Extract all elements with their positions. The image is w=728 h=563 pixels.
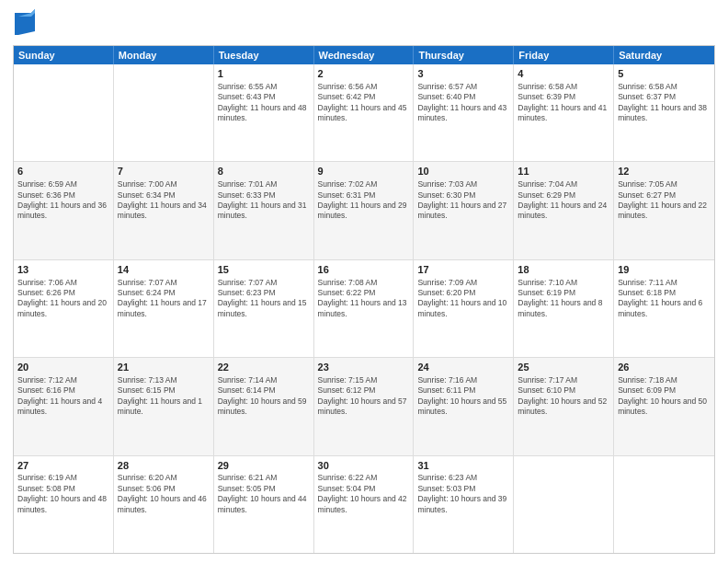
cell-info: Sunrise: 7:13 AM Sunset: 6:15 PM Dayligh…	[118, 375, 210, 418]
cell-info: Sunrise: 7:10 AM Sunset: 6:19 PM Dayligh…	[518, 278, 609, 320]
day-number: 19	[618, 263, 711, 277]
weekday-header-monday: Monday	[114, 46, 214, 64]
calendar-cell: 16Sunrise: 7:08 AM Sunset: 6:22 PM Dayli…	[314, 260, 415, 357]
calendar-cell: 20Sunrise: 7:12 AM Sunset: 6:16 PM Dayli…	[14, 358, 114, 454]
cell-info: Sunrise: 6:57 AM Sunset: 6:40 PM Dayligh…	[417, 82, 509, 124]
cell-info: Sunrise: 7:01 AM Sunset: 6:33 PM Dayligh…	[218, 179, 310, 222]
header	[13, 9, 715, 40]
day-number: 11	[518, 165, 609, 178]
day-number: 18	[518, 263, 609, 277]
cell-info: Sunrise: 7:06 AM Sunset: 6:26 PM Dayligh…	[17, 278, 109, 320]
day-number: 10	[417, 165, 509, 178]
calendar-cell: 30Sunrise: 6:22 AM Sunset: 5:04 PM Dayli…	[314, 456, 415, 553]
cell-info: Sunrise: 7:11 AM Sunset: 6:18 PM Dayligh…	[618, 278, 711, 320]
cell-info: Sunrise: 7:04 AM Sunset: 6:29 PM Dayligh…	[518, 179, 609, 222]
calendar-cell: 5Sunrise: 6:58 AM Sunset: 6:37 PM Daylig…	[614, 64, 714, 161]
calendar-cell: 29Sunrise: 6:21 AM Sunset: 5:05 PM Dayli…	[214, 456, 314, 553]
calendar-cell: 10Sunrise: 7:03 AM Sunset: 6:30 PM Dayli…	[414, 162, 514, 259]
day-number: 24	[417, 361, 509, 374]
day-number: 25	[518, 361, 609, 374]
day-number: 7	[118, 165, 210, 178]
day-number: 2	[318, 67, 410, 81]
calendar-row: 20Sunrise: 7:12 AM Sunset: 6:16 PM Dayli…	[14, 358, 714, 455]
calendar-cell: 3Sunrise: 6:57 AM Sunset: 6:40 PM Daylig…	[414, 64, 514, 161]
day-number: 16	[318, 263, 410, 277]
day-number: 17	[417, 263, 509, 277]
day-number: 3	[417, 67, 509, 81]
cell-info: Sunrise: 7:05 AM Sunset: 6:27 PM Dayligh…	[618, 179, 711, 222]
day-number: 22	[218, 361, 310, 374]
cell-info: Sunrise: 7:12 AM Sunset: 6:16 PM Dayligh…	[17, 375, 109, 418]
day-number: 29	[218, 459, 310, 473]
calendar-cell: 31Sunrise: 6:23 AM Sunset: 5:03 PM Dayli…	[414, 456, 514, 553]
cell-info: Sunrise: 7:15 AM Sunset: 6:12 PM Dayligh…	[318, 375, 410, 418]
calendar-cell: 18Sunrise: 7:10 AM Sunset: 6:19 PM Dayli…	[514, 260, 614, 357]
cell-info: Sunrise: 7:03 AM Sunset: 6:30 PM Dayligh…	[417, 179, 509, 222]
day-number: 23	[318, 361, 410, 374]
weekday-header-sunday: Sunday	[14, 46, 114, 64]
calendar: SundayMondayTuesdayWednesdayThursdayFrid…	[13, 45, 715, 554]
page: SundayMondayTuesdayWednesdayThursdayFrid…	[0, 0, 728, 563]
cell-info: Sunrise: 7:07 AM Sunset: 6:23 PM Dayligh…	[218, 278, 310, 320]
cell-info: Sunrise: 6:56 AM Sunset: 6:42 PM Dayligh…	[318, 82, 410, 124]
cell-info: Sunrise: 6:20 AM Sunset: 5:06 PM Dayligh…	[118, 473, 210, 515]
calendar-cell	[114, 64, 214, 161]
day-number: 20	[17, 361, 109, 374]
calendar-row: 27Sunrise: 6:19 AM Sunset: 5:08 PM Dayli…	[14, 456, 714, 553]
calendar-cell	[614, 456, 714, 553]
day-number: 31	[417, 459, 509, 473]
calendar-cell: 2Sunrise: 6:56 AM Sunset: 6:42 PM Daylig…	[314, 64, 415, 161]
day-number: 13	[17, 263, 109, 277]
cell-info: Sunrise: 6:58 AM Sunset: 6:39 PM Dayligh…	[518, 82, 609, 124]
weekday-header-wednesday: Wednesday	[314, 46, 415, 64]
day-number: 6	[17, 165, 109, 178]
cell-info: Sunrise: 7:02 AM Sunset: 6:31 PM Dayligh…	[318, 179, 410, 222]
day-number: 15	[218, 263, 310, 277]
calendar-cell: 8Sunrise: 7:01 AM Sunset: 6:33 PM Daylig…	[214, 162, 314, 259]
day-number: 8	[218, 165, 310, 178]
cell-info: Sunrise: 6:21 AM Sunset: 5:05 PM Dayligh…	[218, 473, 310, 515]
calendar-cell: 21Sunrise: 7:13 AM Sunset: 6:15 PM Dayli…	[114, 358, 214, 454]
cell-info: Sunrise: 6:22 AM Sunset: 5:04 PM Dayligh…	[318, 473, 410, 515]
day-number: 28	[118, 459, 210, 473]
calendar-cell: 12Sunrise: 7:05 AM Sunset: 6:27 PM Dayli…	[614, 162, 714, 259]
cell-info: Sunrise: 7:00 AM Sunset: 6:34 PM Dayligh…	[118, 179, 210, 222]
calendar-cell: 25Sunrise: 7:17 AM Sunset: 6:10 PM Dayli…	[514, 358, 614, 454]
weekday-header-saturday: Saturday	[614, 46, 714, 64]
logo	[13, 9, 35, 40]
cell-info: Sunrise: 7:14 AM Sunset: 6:14 PM Dayligh…	[218, 375, 310, 418]
cell-info: Sunrise: 7:18 AM Sunset: 6:09 PM Dayligh…	[618, 375, 711, 418]
day-number: 14	[118, 263, 210, 277]
calendar-cell: 17Sunrise: 7:09 AM Sunset: 6:20 PM Dayli…	[414, 260, 514, 357]
cell-info: Sunrise: 7:17 AM Sunset: 6:10 PM Dayligh…	[518, 375, 609, 418]
calendar-cell: 15Sunrise: 7:07 AM Sunset: 6:23 PM Dayli…	[214, 260, 314, 357]
weekday-header-tuesday: Tuesday	[214, 46, 314, 64]
calendar-header: SundayMondayTuesdayWednesdayThursdayFrid…	[14, 46, 714, 64]
weekday-header-thursday: Thursday	[414, 46, 514, 64]
calendar-cell: 24Sunrise: 7:16 AM Sunset: 6:11 PM Dayli…	[414, 358, 514, 454]
calendar-cell: 9Sunrise: 7:02 AM Sunset: 6:31 PM Daylig…	[314, 162, 415, 259]
cell-info: Sunrise: 6:55 AM Sunset: 6:43 PM Dayligh…	[218, 82, 310, 124]
cell-info: Sunrise: 7:08 AM Sunset: 6:22 PM Dayligh…	[318, 278, 410, 320]
day-number: 21	[118, 361, 210, 374]
calendar-cell: 4Sunrise: 6:58 AM Sunset: 6:39 PM Daylig…	[514, 64, 614, 161]
calendar-cell	[514, 456, 614, 553]
day-number: 27	[17, 459, 109, 473]
cell-info: Sunrise: 7:09 AM Sunset: 6:20 PM Dayligh…	[417, 278, 509, 320]
day-number: 30	[318, 459, 410, 473]
day-number: 4	[518, 67, 609, 81]
calendar-cell: 13Sunrise: 7:06 AM Sunset: 6:26 PM Dayli…	[14, 260, 114, 357]
calendar-cell: 7Sunrise: 7:00 AM Sunset: 6:34 PM Daylig…	[114, 162, 214, 259]
calendar-cell: 14Sunrise: 7:07 AM Sunset: 6:24 PM Dayli…	[114, 260, 214, 357]
calendar-cell: 23Sunrise: 7:15 AM Sunset: 6:12 PM Dayli…	[314, 358, 415, 454]
calendar-row: 13Sunrise: 7:06 AM Sunset: 6:26 PM Dayli…	[14, 260, 714, 358]
day-number: 9	[318, 165, 410, 178]
cell-info: Sunrise: 7:07 AM Sunset: 6:24 PM Dayligh…	[118, 278, 210, 320]
calendar-cell	[14, 64, 114, 161]
day-number: 5	[618, 67, 711, 81]
calendar-cell: 19Sunrise: 7:11 AM Sunset: 6:18 PM Dayli…	[614, 260, 714, 357]
cell-info: Sunrise: 7:16 AM Sunset: 6:11 PM Dayligh…	[417, 375, 509, 418]
calendar-cell: 1Sunrise: 6:55 AM Sunset: 6:43 PM Daylig…	[214, 64, 314, 161]
day-number: 26	[618, 361, 711, 374]
calendar-body: 1Sunrise: 6:55 AM Sunset: 6:43 PM Daylig…	[14, 64, 714, 553]
